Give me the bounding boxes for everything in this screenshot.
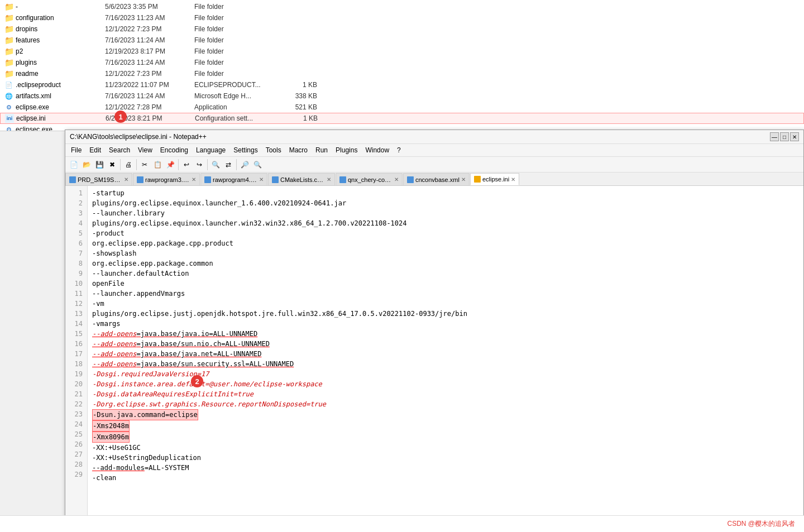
zoom-in-btn[interactable]: 🔎 <box>238 159 251 171</box>
code-line: --add-opens=java.base/sun.security.ssl=A… <box>92 359 799 369</box>
code-line: -showsplash <box>92 248 799 258</box>
menu-item-language[interactable]: Language <box>193 145 229 155</box>
code-line: --launcher.appendVmargs <box>92 289 799 299</box>
file-name: readme <box>16 70 105 78</box>
menu-item-tools[interactable]: Tools <box>262 145 285 155</box>
line-num: 4 <box>70 218 83 228</box>
tab-close-btn[interactable]: ✕ <box>394 176 399 183</box>
menu-item-edit[interactable]: Edit <box>86 145 104 155</box>
tab-name: qnx_chery-common.xml <box>348 176 393 183</box>
line-num: 11 <box>70 289 83 299</box>
tab-close-btn[interactable]: ✕ <box>327 176 331 183</box>
file-date: 7/16/2023 11:23 AM <box>105 14 194 22</box>
menu-item-search[interactable]: Search <box>106 145 133 155</box>
code-line: -Xms2048m <box>92 420 799 432</box>
code-line: plugins/org.eclipse.justj.openjdk.hotspo… <box>92 309 799 319</box>
folder-icon: 📁 <box>4 25 13 33</box>
tab-CMakeLists-cmake[interactable]: CMakeLists.cmake ✕ <box>268 173 335 185</box>
file-name: plugins <box>16 59 105 66</box>
sep5 <box>236 159 237 170</box>
file-row[interactable]: 📁 features 7/16/2023 11:24 AM File folde… <box>0 35 804 46</box>
file-row[interactable]: 📁 - 5/6/2023 3:35 PM File folder <box>0 1 804 12</box>
tab-close-btn[interactable]: ✕ <box>461 176 466 183</box>
undo-btn[interactable]: ↩ <box>180 159 193 171</box>
file-date: 12/1/2022 7:23 PM <box>105 25 194 33</box>
menu-item-macro[interactable]: Macro <box>286 145 311 155</box>
menu-item-plugins[interactable]: Plugins <box>332 145 361 155</box>
file-name: .eclipseproduct <box>16 81 105 89</box>
menu-item-run[interactable]: Run <box>312 145 331 155</box>
code-line: --add-opens=java.base/sun.nio.ch=ALL-UNN… <box>92 339 799 349</box>
file-row[interactable]: 📁 p2 12/19/2023 8:17 PM File folder <box>0 46 804 57</box>
file-row[interactable]: 📄 .eclipseproduct 11/23/2022 11:07 PM EC… <box>0 79 804 90</box>
tab-icon <box>137 176 143 183</box>
menu-item-settings[interactable]: Settings <box>230 145 261 155</box>
file-row[interactable]: 📁 plugins 7/16/2023 11:24 AM File folder <box>0 57 804 68</box>
code-editor[interactable]: -startupplugins/org.eclipse.equinox.laun… <box>88 186 803 519</box>
close-button[interactable]: ✕ <box>790 132 799 141</box>
maximize-button[interactable]: □ <box>780 132 789 141</box>
tab-PRD_SM19SocRecoveryBootmodeSender-xml[interactable]: PRD_SM19SocRecoveryBootmodeSender.xml ✕ <box>65 173 132 185</box>
file-type: Configuration sett... <box>195 114 284 122</box>
file-row[interactable]: 🌐 artifacts.xml 7/16/2023 11:24 AM Micro… <box>0 90 804 102</box>
tab-rawprogram4-xml[interactable]: rawprogram4.xml ✕ <box>200 173 267 185</box>
line-num: 26 <box>70 439 83 449</box>
line-num: 29 <box>70 469 83 480</box>
bottom-footer: CSDN @樱木的追风者 <box>0 515 804 532</box>
line-num: 20 <box>70 379 83 389</box>
line-num: 24 <box>70 419 83 429</box>
new-btn[interactable]: 📄 <box>68 159 80 171</box>
code-line: -XX:+UseStringDeduplication <box>92 453 799 463</box>
tab-close-btn[interactable]: ✕ <box>192 176 196 183</box>
file-type: File folder <box>194 3 284 11</box>
print-btn[interactable]: 🖨 <box>122 159 135 171</box>
file-row[interactable]: 📁 configuration 7/16/2023 11:23 AM File … <box>0 12 804 23</box>
folder-icon: 📁 <box>4 36 13 45</box>
file-date: 7/16/2023 11:24 AM <box>105 36 194 44</box>
file-type: Microsoft Edge H... <box>194 92 284 100</box>
line-num: 23 <box>70 409 83 419</box>
file-name: eclipse.exe <box>16 103 105 111</box>
menu-item-window[interactable]: Window <box>362 145 393 155</box>
save-btn[interactable]: 💾 <box>93 159 106 171</box>
tab-cnconvbase-xml[interactable]: cnconvbase.xml ✕ <box>403 173 470 185</box>
tab-close-btn[interactable]: ✕ <box>124 176 128 183</box>
file-name: features <box>16 36 105 44</box>
line-num: 27 <box>70 449 83 459</box>
tab-icon <box>339 176 346 183</box>
paste-btn[interactable]: 📌 <box>164 159 176 171</box>
zoom-out-btn[interactable]: 🔍 <box>251 159 264 171</box>
line-num: 25 <box>70 429 83 439</box>
menu-item-view[interactable]: View <box>135 145 156 155</box>
minimize-button[interactable]: — <box>770 132 779 141</box>
open-btn[interactable]: 📂 <box>80 159 93 171</box>
tab-name: rawprogram3.xml <box>145 176 190 183</box>
line-num: 14 <box>70 319 83 329</box>
replace-btn[interactable]: ⇄ <box>222 159 234 171</box>
redo-btn[interactable]: ↪ <box>193 159 205 171</box>
file-name: configuration <box>16 14 105 22</box>
folder-icon: 📁 <box>4 47 13 56</box>
file-row[interactable]: 📁 readme 12/1/2022 7:23 PM File folder <box>0 68 804 79</box>
find-btn[interactable]: 🔍 <box>209 159 222 171</box>
file-type: File folder <box>194 36 284 44</box>
tab-eclipse-ini[interactable]: eclipse.ini ✕ <box>470 173 519 185</box>
file-row[interactable]: 📁 dropins 12/1/2022 7:23 PM File folder <box>0 23 804 35</box>
tab-icon <box>204 176 211 183</box>
dosgi-line: -Dosgi.instance.area.default=@user.home/… <box>92 380 322 388</box>
menu-item-encoding[interactable]: Encoding <box>157 145 192 155</box>
file-name: eclipse.ini <box>16 114 106 122</box>
tab-close-btn[interactable]: ✕ <box>511 176 515 183</box>
tab-rawprogram3-xml[interactable]: rawprogram3.xml ✕ <box>133 173 200 185</box>
menu-item-file[interactable]: File <box>68 145 85 155</box>
cut-btn[interactable]: ✂ <box>138 159 151 171</box>
menu-item-?[interactable]: ? <box>394 145 404 155</box>
code-line: plugins/org.eclipse.equinox.launcher.win… <box>92 218 799 228</box>
tab-close-btn[interactable]: ✕ <box>259 176 264 183</box>
toolbar: 📄 📂 💾 ✖ 🖨 ✂ 📋 📌 ↩ ↪ 🔍 ⇄ 🔎 🔍 <box>65 157 803 172</box>
copy-btn[interactable]: 📋 <box>151 159 164 171</box>
code-line: -startup <box>92 188 799 198</box>
tab-qnx_chery-common-xml[interactable]: qnx_chery-common.xml ✕ <box>336 173 403 185</box>
close-btn[interactable]: ✖ <box>106 159 118 171</box>
file-date: 5/6/2023 3:35 PM <box>105 3 194 11</box>
